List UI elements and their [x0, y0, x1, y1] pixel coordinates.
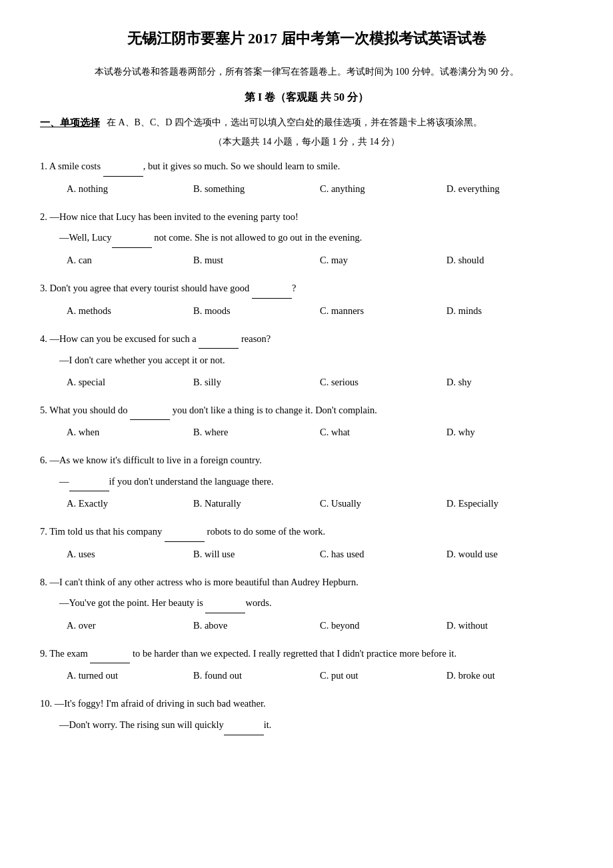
question-7: 7. Tim told us that his company robots t…	[40, 523, 573, 564]
q3-options: A. methods B. moods C. manners D. minds	[40, 301, 573, 321]
q6-option-a: A. Exactly	[67, 494, 193, 513]
question-9: 9. The exam to be harder than we expecte…	[40, 645, 573, 686]
q2-option-c: C. may	[320, 251, 446, 270]
q10-text2: —Don't worry. The rising sun will quickl…	[40, 716, 573, 735]
q6-option-c: C. Usually	[320, 494, 446, 513]
vol1-title: 第 I 卷（客观题 共 50 分）	[40, 91, 573, 105]
question-3: 3. Don't you agree that every tourist sh…	[40, 279, 573, 321]
q9-option-c: C. put out	[320, 666, 446, 685]
q6-option-d: D. Especially	[446, 494, 573, 513]
q3-option-c: C. manners	[320, 301, 446, 321]
q2-text2: —Well, Lucy not come. She is not allowed…	[40, 229, 573, 248]
q6-options: A. Exactly B. Naturally C. Usually D. Es…	[40, 494, 573, 513]
q1-options: A. nothing B. something C. anything D. e…	[40, 179, 573, 199]
q4-option-a: A. special	[67, 373, 193, 392]
q5-option-d: D. why	[446, 423, 573, 442]
part1-desc: 在 A、B、C、D 四个选项中，选出可以填入空白处的最佳选项，并在答题卡上将该项…	[107, 114, 482, 131]
q3-option-a: A. methods	[67, 301, 193, 321]
q2-option-b: B. must	[193, 251, 320, 270]
question-8: 8. —I can't think of any other actress w…	[40, 573, 573, 635]
q4-text2: —I don't care whether you accept it or n…	[40, 351, 573, 370]
q8-text2: —You've got the point. Her beauty is wor…	[40, 594, 573, 613]
q1-text: 1. A smile costs , but it gives so much.…	[40, 157, 573, 177]
q1-option-c: C. anything	[320, 179, 446, 199]
q9-option-b: B. found out	[193, 666, 320, 685]
q4-option-d: D. shy	[446, 373, 573, 392]
q8-option-d: D. without	[446, 616, 573, 635]
q4-option-c: C. serious	[320, 373, 446, 392]
q6-option-b: B. Naturally	[193, 494, 320, 513]
q7-option-b: B. will use	[193, 545, 320, 564]
q2-option-a: A. can	[67, 251, 193, 270]
main-title: 无锡江阴市要塞片 2017 届中考第一次模拟考试英语试卷	[40, 27, 573, 50]
q5-option-b: B. where	[193, 423, 320, 442]
q1-option-d: D. everything	[446, 179, 573, 199]
q6-text1: 6. —As we know it's difficult to live in…	[40, 451, 573, 470]
q2-options: A. can B. must C. may D. should	[40, 251, 573, 270]
q9-options: A. turned out B. found out C. put out D.…	[40, 666, 573, 685]
q8-option-c: C. beyond	[320, 616, 446, 635]
q8-options: A. over B. above C. beyond D. without	[40, 616, 573, 635]
q3-option-b: B. moods	[193, 301, 320, 321]
part1-note: （本大题共 14 小题，每小题 1 分，共 14 分）	[40, 136, 573, 148]
q7-option-d: D. would use	[446, 545, 573, 564]
q1-option-a: A. nothing	[67, 179, 193, 199]
q7-options: A. uses B. will use C. has used D. would…	[40, 545, 573, 564]
question-1: 1. A smile costs , but it gives so much.…	[40, 157, 573, 199]
q9-text: 9. The exam to be harder than we expecte…	[40, 645, 573, 664]
q10-text1: 10. —It's foggy! I'm afraid of driving i…	[40, 695, 573, 713]
question-2: 2. —How nice that Lucy has been invited …	[40, 208, 573, 270]
q2-option-d: D. should	[446, 251, 573, 270]
q4-text1: 4. —How can you be excused for such a re…	[40, 330, 573, 349]
part1-label: 一、单项选择	[40, 114, 100, 132]
question-5: 5. What you should do you don't like a t…	[40, 401, 573, 443]
question-10: 10. —It's foggy! I'm afraid of driving i…	[40, 695, 573, 735]
q8-option-a: A. over	[67, 616, 193, 635]
q7-text: 7. Tim told us that his company robots t…	[40, 523, 573, 542]
q2-text1: 2. —How nice that Lucy has been invited …	[40, 208, 573, 227]
q3-text: 3. Don't you agree that every tourist sh…	[40, 279, 573, 299]
q5-options: A. when B. where C. what D. why	[40, 423, 573, 442]
subtitle: 本试卷分试卷和答题卷两部分，所有答案一律写在答题卷上。考试时间为 100 分钟。…	[40, 63, 573, 80]
q5-option-c: C. what	[320, 423, 446, 442]
q8-text1: 8. —I can't think of any other actress w…	[40, 573, 573, 592]
q5-text: 5. What you should do you don't like a t…	[40, 401, 573, 421]
question-6: 6. —As we know it's difficult to live in…	[40, 451, 573, 513]
q9-option-d: D. broke out	[446, 666, 573, 685]
q1-option-b: B. something	[193, 179, 320, 199]
q7-option-a: A. uses	[67, 545, 193, 564]
question-4: 4. —How can you be excused for such a re…	[40, 330, 573, 392]
q9-option-a: A. turned out	[67, 666, 193, 685]
q4-options: A. special B. silly C. serious D. shy	[40, 373, 573, 392]
q4-option-b: B. silly	[193, 373, 320, 392]
q3-option-d: D. minds	[446, 301, 573, 321]
q7-option-c: C. has used	[320, 545, 446, 564]
q8-option-b: B. above	[193, 616, 320, 635]
q5-option-a: A. when	[67, 423, 193, 442]
q6-text2: — if you don't understand the language t…	[40, 473, 573, 492]
